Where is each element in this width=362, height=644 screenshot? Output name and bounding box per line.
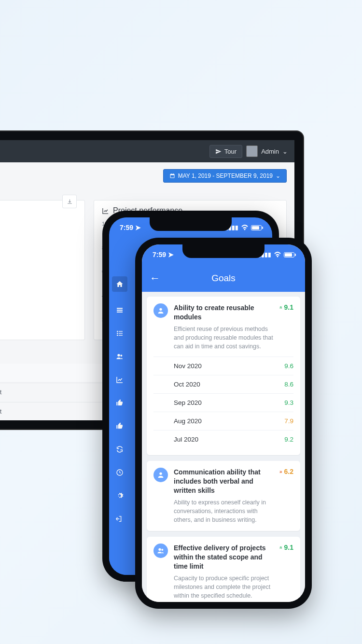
plane-icon (215, 148, 222, 155)
download-button[interactable] (62, 195, 77, 208)
goal-score: »9.1 (279, 544, 293, 551)
calendar-icon (169, 173, 175, 179)
goals-list: Ability to create reusable modulesEffici… (142, 292, 305, 602)
month-value: 8.6 (284, 381, 293, 388)
svg-point-11 (158, 548, 161, 551)
month-row[interactable]: Nov 20209.6 (153, 357, 293, 375)
laptop-topbar: Tour Admin ⌄ (0, 140, 294, 162)
score-value: 9.1 (284, 544, 293, 551)
month-label: Sep 2020 (174, 399, 202, 406)
date-range-picker[interactable]: MAY 1, 2019 - SEPTEMBER 9, 2019 ⌄ (163, 169, 287, 183)
nav-home-icon[interactable] (112, 276, 127, 292)
location-icon: ➤ (135, 224, 141, 231)
goal-card[interactable]: Communication ability that includes both… (147, 461, 300, 531)
panel-left: Jul (0, 200, 85, 340)
location-icon: ➤ (168, 251, 174, 258)
nav-logout-icon[interactable] (115, 514, 125, 524)
tour-button[interactable]: Tour (209, 145, 242, 158)
score-value: 9.1 (284, 303, 293, 311)
svg-point-4 (117, 335, 118, 336)
wifi-icon (241, 225, 249, 230)
goal-desc: Capacity to produce specific project mil… (174, 574, 274, 600)
battery-icon (284, 252, 294, 258)
sidebar-rail (109, 238, 130, 575)
avatar (246, 145, 258, 157)
goal-score: »6.2 (279, 468, 293, 475)
nav-users-icon[interactable] (115, 352, 125, 361)
chart-icon (102, 207, 109, 215)
month-row[interactable]: Jul 20209.2 (153, 430, 293, 448)
goal-title: Communication ability that includes both… (174, 468, 274, 495)
nav-bullets-icon[interactable] (115, 329, 125, 338)
notch (182, 244, 265, 258)
person-icon (153, 544, 168, 558)
goal-score: »9.1 (279, 303, 293, 311)
svg-rect-1 (119, 331, 123, 331)
admin-label: Admin (261, 148, 279, 155)
month-label: Oct 2020 (174, 381, 200, 388)
app-header: ← Goals (142, 265, 305, 292)
chevron-down-icon: ⌄ (276, 172, 280, 179)
month-label: Aug 2020 (174, 417, 202, 425)
back-button[interactable]: ← (150, 272, 160, 285)
nav-thumbs-up-icon[interactable] (115, 398, 125, 408)
goal-title: Effective delivery of projects within th… (174, 544, 274, 571)
month-value: 9.3 (284, 399, 293, 406)
chevron-down-icon: ⌄ (282, 148, 288, 155)
month-list: Nov 20209.6Oct 20208.6Sep 20209.3Aug 202… (153, 357, 293, 448)
month-row[interactable]: Aug 20207.9 (153, 412, 293, 430)
goal-desc: Efficient reuse of previous methods and … (174, 325, 274, 351)
tour-label: Tour (224, 148, 237, 155)
goal-card[interactable]: Ability to create reusable modulesEffici… (147, 297, 300, 455)
status-time: 7:59 (153, 251, 166, 258)
svg-point-9 (159, 308, 162, 311)
trend-icon: » (279, 469, 282, 474)
nav-clock-icon[interactable] (115, 468, 125, 477)
wifi-icon (274, 252, 281, 258)
phone-front-screen: 7:59 ➤ ▮▮▮▮ ← Goals Ability to create re… (142, 244, 305, 602)
svg-point-6 (117, 354, 120, 357)
month-value: 9.6 (284, 362, 293, 370)
nav-chart-icon[interactable] (115, 375, 125, 385)
month-label: Jul 2020 (174, 436, 198, 443)
month-row[interactable]: Oct 20208.6 (153, 375, 293, 394)
score-value: 6.2 (284, 468, 293, 475)
phone-front-frame: 7:59 ➤ ▮▮▮▮ ← Goals Ability to create re… (135, 238, 312, 609)
month-value: 7.9 (284, 417, 293, 425)
nav-refresh-icon[interactable] (115, 444, 125, 454)
svg-point-7 (120, 355, 122, 357)
month-row[interactable]: Sep 20209.3 (153, 394, 293, 412)
date-range-label: MAY 1, 2019 - SEPTEMBER 9, 2019 (178, 172, 273, 179)
month-value: 9.2 (284, 436, 293, 443)
nav-list-icon[interactable] (115, 305, 125, 315)
svg-point-10 (159, 472, 162, 475)
status-time: 7:59 (120, 224, 133, 231)
svg-rect-3 (119, 333, 123, 333)
trend-icon: » (279, 305, 282, 310)
notch (150, 217, 232, 231)
battery-icon (251, 225, 262, 230)
svg-point-0 (117, 331, 118, 332)
trend-icon: » (279, 545, 282, 550)
admin-menu[interactable]: Admin ⌄ (246, 145, 288, 157)
goal-title: Ability to create reusable modules (174, 303, 274, 322)
person-icon (153, 468, 168, 482)
svg-point-2 (117, 333, 118, 334)
month-label: Nov 2020 (174, 362, 202, 370)
nav-settings-icon[interactable] (115, 491, 125, 501)
nav-thumbs-up-solid-icon[interactable] (115, 421, 125, 431)
svg-point-12 (161, 549, 163, 551)
page-title: Goals (211, 273, 236, 284)
svg-rect-5 (119, 335, 123, 335)
person-icon (153, 303, 168, 318)
goal-card[interactable]: Effective delivery of projects within th… (147, 537, 300, 602)
goal-desc: Ability to express oneself clearly in co… (174, 498, 274, 524)
